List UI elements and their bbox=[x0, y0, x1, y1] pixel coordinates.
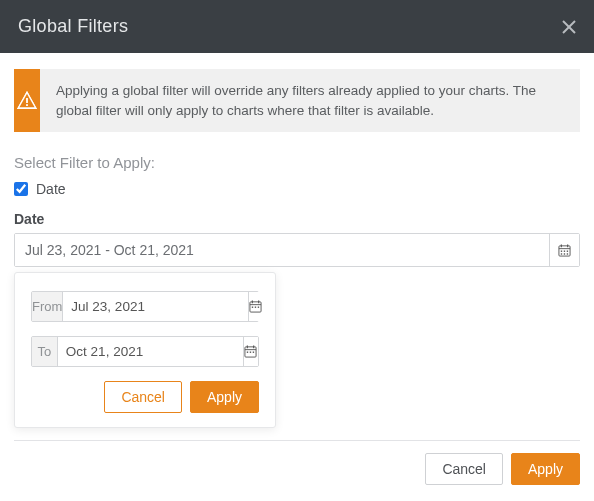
svg-rect-8 bbox=[561, 250, 562, 251]
svg-rect-13 bbox=[567, 253, 568, 254]
svg-rect-25 bbox=[247, 352, 248, 353]
svg-rect-16 bbox=[252, 300, 253, 303]
close-icon[interactable] bbox=[562, 20, 576, 34]
popover-apply-button[interactable]: Apply bbox=[190, 381, 259, 413]
to-label: To bbox=[32, 337, 58, 366]
svg-rect-9 bbox=[564, 250, 565, 251]
date-field-label: Date bbox=[14, 211, 580, 227]
global-filters-dialog: Global Filters Applying a global filter … bbox=[0, 0, 594, 267]
svg-rect-6 bbox=[561, 244, 562, 247]
warning-icon bbox=[15, 89, 39, 113]
alert-message: Applying a global filter will override a… bbox=[40, 69, 580, 132]
popover-cancel-button[interactable]: Cancel bbox=[104, 381, 182, 413]
svg-rect-12 bbox=[564, 253, 565, 254]
date-range-popover: From To bbox=[14, 272, 276, 428]
to-date-input[interactable] bbox=[58, 337, 243, 366]
svg-rect-24 bbox=[254, 345, 255, 348]
filter-option-date[interactable]: Date bbox=[14, 181, 580, 197]
apply-button[interactable]: Apply bbox=[511, 453, 580, 485]
calendar-icon bbox=[244, 345, 257, 358]
svg-rect-19 bbox=[255, 307, 256, 308]
calendar-icon bbox=[249, 300, 262, 313]
svg-rect-17 bbox=[258, 300, 259, 303]
cancel-button[interactable]: Cancel bbox=[425, 453, 503, 485]
dialog-title: Global Filters bbox=[18, 16, 128, 37]
date-checkbox-label: Date bbox=[36, 181, 66, 197]
date-range-input-group bbox=[14, 233, 580, 267]
to-date-field: To bbox=[31, 336, 259, 367]
date-range-input[interactable] bbox=[15, 234, 549, 266]
dialog-header: Global Filters bbox=[0, 0, 594, 53]
date-checkbox[interactable] bbox=[14, 182, 28, 196]
svg-rect-3 bbox=[26, 104, 28, 106]
from-date-field: From bbox=[31, 291, 259, 322]
dialog-body: Applying a global filter will override a… bbox=[0, 53, 594, 267]
svg-rect-18 bbox=[252, 307, 253, 308]
calendar-icon bbox=[558, 244, 571, 257]
svg-rect-11 bbox=[561, 253, 562, 254]
svg-rect-7 bbox=[567, 244, 568, 247]
from-calendar-button[interactable] bbox=[248, 292, 262, 321]
date-range-calendar-button[interactable] bbox=[549, 234, 579, 266]
svg-rect-27 bbox=[253, 352, 254, 353]
popover-button-row: Cancel Apply bbox=[31, 381, 259, 413]
svg-rect-26 bbox=[250, 352, 251, 353]
svg-rect-23 bbox=[247, 345, 248, 348]
svg-rect-2 bbox=[26, 98, 28, 103]
alert-banner: Applying a global filter will override a… bbox=[14, 69, 580, 132]
svg-rect-20 bbox=[258, 307, 259, 308]
from-date-input[interactable] bbox=[63, 292, 248, 321]
select-filter-label: Select Filter to Apply: bbox=[14, 154, 580, 171]
alert-icon-block bbox=[14, 69, 40, 132]
svg-rect-10 bbox=[567, 250, 568, 251]
to-calendar-button[interactable] bbox=[243, 337, 258, 366]
dialog-footer: Cancel Apply bbox=[14, 440, 580, 485]
from-label: From bbox=[32, 292, 63, 321]
